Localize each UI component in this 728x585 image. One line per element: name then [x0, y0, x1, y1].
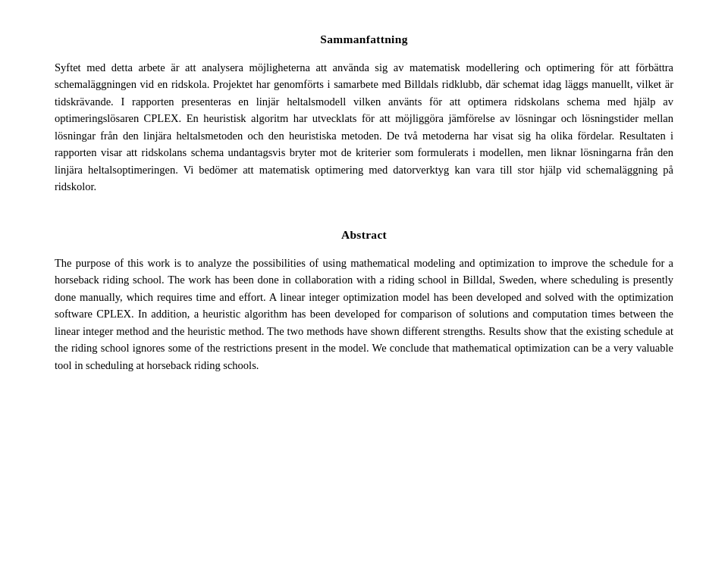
abstract-title: Abstract [55, 226, 673, 244]
abstract-body: The purpose of this work is to analyze t… [55, 255, 673, 374]
sammanfattning-body: Syftet med detta arbete är att analysera… [55, 59, 673, 196]
sammanfattning-section: Sammanfattning Syftet med detta arbete ä… [55, 30, 673, 196]
sammanfattning-title: Sammanfattning [55, 30, 673, 48]
abstract-section: Abstract The purpose of this work is to … [55, 226, 673, 374]
page: Sammanfattning Syftet med detta arbete ä… [0, 0, 728, 585]
